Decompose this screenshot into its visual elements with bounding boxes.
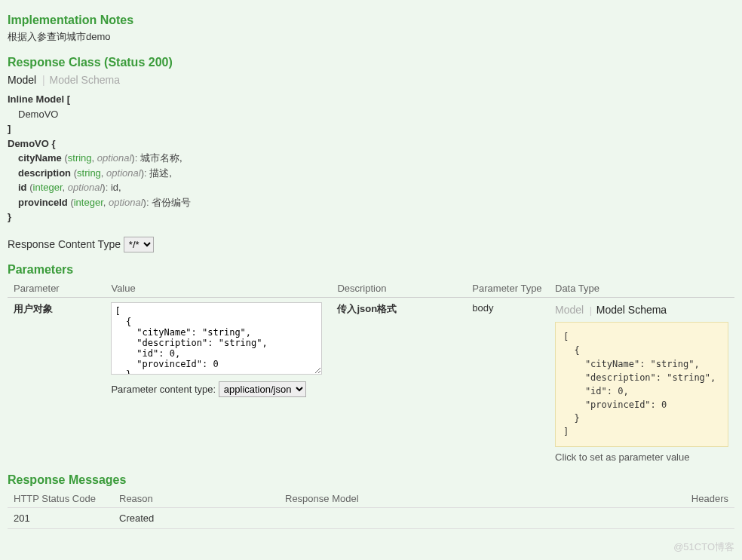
param-value-cell: Parameter content type: application/json <box>105 297 331 467</box>
col-value: Value <box>105 280 331 298</box>
impl-notes-heading: Implementation Notes <box>8 14 734 27</box>
field-opt: optional <box>97 152 132 164</box>
response-model-cell <box>279 507 644 528</box>
param-content-type-label: Parameter content type: <box>111 384 216 395</box>
schema-box[interactable]: [ { "cityName": "string", "description":… <box>555 322 728 447</box>
field-name: cityName <box>18 152 62 164</box>
col-status-code: HTTP Status Code <box>8 490 113 508</box>
field-type: string <box>77 167 101 179</box>
inline-model-open: Inline Model [ <box>8 92 734 107</box>
response-content-type-label: Response Content Type <box>8 238 121 250</box>
inline-model-item: DemoVO <box>18 107 734 122</box>
tab-separator: | <box>590 304 592 316</box>
tab-model[interactable]: Model <box>8 72 38 87</box>
field-opt: optional <box>68 182 103 193</box>
reason-cell: Created <box>113 507 279 528</box>
col-data-type: Data Type <box>549 280 734 298</box>
param-content-type-row: Parameter content type: application/json <box>111 381 325 397</box>
table-row: 用户对象 Parameter content type: application… <box>8 297 734 467</box>
field-type: string <box>68 152 92 164</box>
param-desc-cell: 传入json格式 <box>331 297 466 467</box>
model-block: Inline Model [ DemoVO ] DemoVO { cityNam… <box>8 92 734 225</box>
field-row: cityName (string, optional): 城市名称, <box>18 151 734 166</box>
field-desc: 省份编号 <box>152 197 191 208</box>
field-row: provinceId (integer, optional): 省份编号 <box>18 195 734 210</box>
parameters-table: Parameter Value Description Parameter Ty… <box>8 280 734 467</box>
param-content-type-select[interactable]: application/json <box>219 381 306 397</box>
response-content-type-select[interactable]: */* <box>124 237 154 252</box>
field-desc: 城市名称 <box>140 152 179 164</box>
field-name: description <box>18 167 71 179</box>
table-row: 201 Created <box>8 507 734 528</box>
tab-separator: | <box>42 74 45 86</box>
field-desc: 描述 <box>149 167 169 179</box>
demovo-open: DemoVO { <box>8 136 734 151</box>
response-content-type-row: Response Content Type */* <box>8 237 734 252</box>
status-code-cell: 201 <box>8 507 113 528</box>
inline-model-close: ] <box>8 121 734 136</box>
field-type: integer <box>33 182 63 193</box>
impl-notes-text: 根据入参查询城市demo <box>8 30 734 44</box>
field-name: provinceId <box>18 197 68 208</box>
field-type: integer <box>74 197 103 208</box>
param-type-cell: body <box>466 297 549 467</box>
datatype-tabs: Model | Model Schema <box>555 302 728 317</box>
click-hint: Click to set as parameter value <box>555 451 728 463</box>
headers-cell <box>644 507 734 528</box>
param-value-textarea[interactable] <box>111 302 322 375</box>
tab-model-schema[interactable]: Model Schema <box>50 72 121 87</box>
field-desc: id <box>111 182 118 193</box>
field-row: description (string, optional): 描述, <box>18 166 734 181</box>
col-reason: Reason <box>113 490 279 508</box>
col-parameter-type: Parameter Type <box>466 280 549 298</box>
tab-model[interactable]: Model <box>555 302 585 317</box>
param-name-cell: 用户对象 <box>8 297 105 467</box>
col-response-model: Response Model <box>279 490 644 508</box>
param-datatype-cell: Model | Model Schema [ { "cityName": "st… <box>549 297 734 467</box>
response-class-tabs: Model | Model Schema <box>8 72 734 87</box>
col-parameter: Parameter <box>8 280 105 298</box>
tab-model-schema[interactable]: Model Schema <box>596 302 668 317</box>
col-headers: Headers <box>644 490 734 508</box>
field-opt: optional <box>109 197 143 208</box>
parameters-heading: Parameters <box>8 263 734 277</box>
field-name: id <box>18 182 27 193</box>
response-messages-table: HTTP Status Code Reason Response Model H… <box>8 490 734 529</box>
field-opt: optional <box>106 167 141 179</box>
demovo-close: } <box>8 210 734 225</box>
field-row: id (integer, optional): id, <box>18 180 734 195</box>
col-description: Description <box>331 280 466 298</box>
response-messages-heading: Response Messages <box>8 473 734 487</box>
response-class-heading: Response Class (Status 200) <box>8 56 734 69</box>
